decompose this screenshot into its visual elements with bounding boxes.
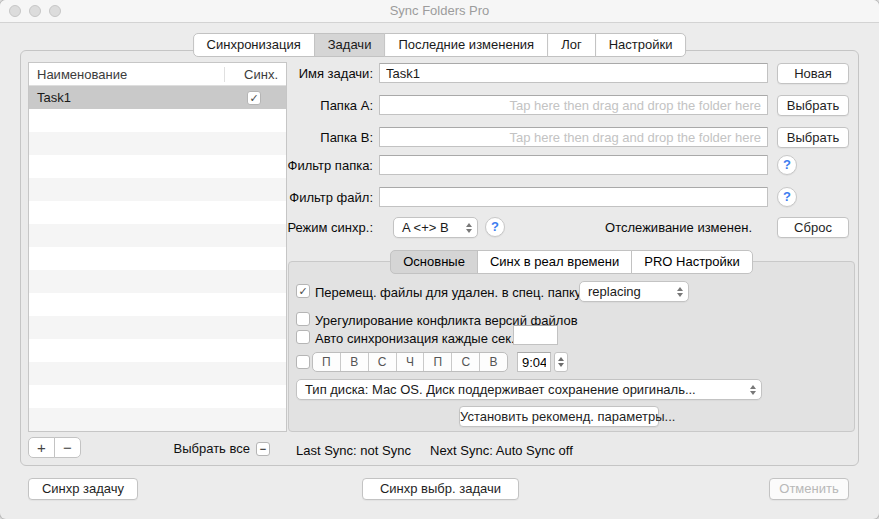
tab-log[interactable]: Лог [547,33,596,57]
sync-mode-label: Режим синхр.: [233,220,373,235]
time-stepper[interactable] [554,352,568,372]
weekday-segment[interactable]: С [368,353,396,371]
tracking-label: Отслеживание изменен. [572,220,752,235]
tab-sync[interactable]: Синхронизация [193,33,315,57]
tab-recent-changes[interactable]: Последние изменения [384,33,548,57]
next-sync-status: Next Sync: Auto Sync off [430,443,573,458]
choose-folder-b-button[interactable]: Выбрать [777,127,849,148]
filter-file-input[interactable] [379,187,768,207]
table-row-empty [29,247,286,270]
help-icon[interactable]: ? [485,217,505,237]
window-title: Sync Folders Pro [0,0,879,22]
table-row-empty [29,316,286,339]
main-panel: Наименование Синх. Task1✓ + − Выбрать вс… [20,50,859,466]
schedule-checkbox[interactable] [296,355,310,369]
settings-tab-bar: ОсновныеСинх в реал времениPRO Настройки [288,250,855,274]
select-all-checkbox[interactable]: − [256,442,270,456]
disk-type-popup[interactable]: Тип диска: Mac OS. Диск поддерживает сох… [296,379,762,400]
help-icon[interactable]: ? [777,155,797,175]
folder-b-input[interactable] [379,127,768,147]
filter-folder-input[interactable] [379,155,768,175]
settings-tab-pro[interactable]: PRO Настройки [631,250,753,274]
weekday-segment[interactable]: В [340,353,368,371]
folder-b-label: Папка B: [233,130,373,145]
replacing-popup[interactable]: replacing [579,281,689,302]
settings-tab-basic[interactable]: Основные [390,250,478,274]
filter-folder-label: Фильтр папка: [233,158,373,173]
new-task-button[interactable]: Новая [777,63,849,84]
cancel-button: Отменить [769,478,849,500]
app-window: Sync Folders Pro СинхронизацияЗадачиПосл… [0,0,879,519]
weekday-segment[interactable]: В [479,353,507,371]
column-header-name[interactable]: Наименование [29,67,224,82]
conflict-checkbox[interactable] [296,312,310,326]
weekday-segment[interactable]: С [451,353,479,371]
task-name-label: Имя задачи: [233,66,373,81]
weekday-segment[interactable]: П [423,353,451,371]
auto-sync-label: Авто синхронизация каждые сек. [315,331,515,346]
move-deleted-checkbox[interactable]: ✓ [296,284,310,298]
schedule-time-input[interactable] [517,352,551,372]
task-name-input[interactable] [379,63,768,83]
select-all-label: Выбрать все [174,441,250,456]
replacing-value: replacing [588,284,641,299]
weekday-segment[interactable]: П [313,353,340,371]
task-table: Наименование Синх. Task1✓ [28,62,287,432]
move-deleted-label: Перемещ. файлы для удален. в спец. папку [315,285,581,300]
main-tab-bar: СинхронизацияЗадачиПоследние измененияЛо… [193,33,687,57]
folder-a-label: Папка A: [233,98,373,113]
last-sync-status: Last Sync: not Sync [296,443,411,458]
chevron-updown-icon [466,223,472,233]
table-row-empty [29,339,286,362]
help-icon[interactable]: ? [777,187,797,207]
sync-mode-popup[interactable]: A <+> B [393,217,478,238]
chevron-updown-icon [750,385,756,395]
tab-settings[interactable]: Настройки [595,33,687,57]
table-row-empty [29,293,286,316]
table-row-empty [29,431,286,432]
weekday-segment[interactable]: Ч [396,353,424,371]
table-row-empty [29,270,286,293]
auto-sync-checkbox[interactable] [296,330,310,344]
table-row-empty [29,385,286,408]
weekday-segmented-control: ПВСЧПСВ [312,352,508,372]
select-all: Выбрать все − [28,441,270,456]
folder-a-input[interactable] [379,95,768,115]
sync-selected-tasks-button[interactable]: Синхр выбр. задачи [362,478,519,500]
reset-button[interactable]: Сброс [777,217,849,238]
disk-type-value: Тип диска: Mac OS. Диск поддерживает сох… [305,382,696,397]
settings-tab-realtime[interactable]: Синх в реал времени [477,250,632,274]
filter-file-label: Фильтр файл: [233,190,373,205]
choose-folder-a-button[interactable]: Выбрать [777,95,849,116]
task-name-cell: Task1 [29,90,222,105]
titlebar: Sync Folders Pro [0,0,879,23]
tab-tasks[interactable]: Задачи [314,33,386,57]
table-row-empty [29,408,286,431]
recommended-params-button[interactable]: Установить рекоменд. параметры... [459,406,659,427]
table-row-empty [29,362,286,385]
sync-mode-value: A <+> B [402,220,449,235]
sync-task-button[interactable]: Синхр задачу [28,478,138,500]
auto-sync-interval-input[interactable] [513,325,558,345]
chevron-updown-icon [677,287,683,297]
